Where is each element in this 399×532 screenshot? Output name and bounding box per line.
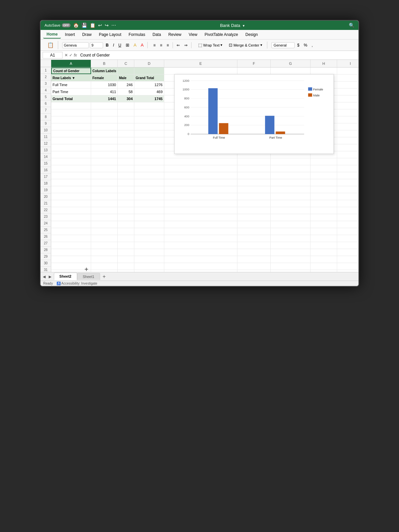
grid-cell-r3-c0[interactable]: Full Time bbox=[51, 81, 91, 88]
grid-cell-r13-c3[interactable] bbox=[134, 151, 164, 158]
grid-cell-r20-c2[interactable] bbox=[118, 200, 134, 207]
add-sheet-button[interactable]: + bbox=[100, 272, 108, 281]
grid-cell-r20-c3[interactable] bbox=[134, 200, 164, 207]
grid-cell-r14-c3[interactable] bbox=[134, 158, 164, 165]
borders-button[interactable]: ⊞ bbox=[124, 42, 131, 48]
grid-cell-r9-c1[interactable] bbox=[91, 123, 118, 130]
grid-cell-r21-c1[interactable] bbox=[91, 207, 118, 214]
grid-cell-r20-c8[interactable] bbox=[337, 200, 358, 207]
grid-cell-r26-c0[interactable] bbox=[51, 242, 91, 249]
grid-cell-r5-c1[interactable]: 1441 bbox=[91, 95, 118, 102]
grid-cell-r21-c5[interactable] bbox=[237, 207, 271, 214]
save-icon[interactable]: 💾 bbox=[81, 23, 87, 28]
grid-cell-r29-c7[interactable] bbox=[311, 263, 337, 270]
grid-cell-r23-c3[interactable] bbox=[134, 221, 164, 228]
grid-cell-r30-c5[interactable] bbox=[237, 270, 271, 272]
grid-cell-r30-c6[interactable] bbox=[271, 270, 311, 272]
grid-cell-r28-c1[interactable] bbox=[91, 256, 118, 263]
grid-cell-r4-c1[interactable]: 411 bbox=[91, 88, 118, 95]
grid-cell-r16-c7[interactable] bbox=[311, 172, 337, 179]
grid-cell-r24-c4[interactable] bbox=[164, 228, 237, 235]
cell-reference-input[interactable] bbox=[43, 52, 63, 59]
menu-design[interactable]: Design bbox=[242, 31, 261, 38]
grid-cell-r18-c0[interactable] bbox=[51, 186, 91, 193]
grid-cell-r19-c0[interactable] bbox=[51, 193, 91, 200]
home-icon[interactable]: 🏠 bbox=[73, 23, 79, 28]
row-num-14[interactable]: 14 bbox=[41, 154, 51, 160]
grid-cell-r14-c1[interactable] bbox=[91, 158, 118, 165]
grid-cell-r26-c1[interactable] bbox=[91, 242, 118, 249]
grid-cell-r19-c7[interactable] bbox=[311, 193, 337, 200]
grid-cell-r5-c0[interactable]: Grand Total bbox=[51, 95, 91, 102]
grid-cell-r15-c2[interactable] bbox=[118, 165, 134, 172]
row-num-5[interactable]: 5 bbox=[41, 94, 51, 100]
grid-cell-r18-c7[interactable] bbox=[311, 186, 337, 193]
undo-icon[interactable]: ↩ bbox=[98, 23, 102, 28]
grid-cell-r21-c3[interactable] bbox=[134, 207, 164, 214]
grid-cell-r27-c4[interactable] bbox=[164, 249, 237, 256]
grid-cell-r25-c7[interactable] bbox=[311, 235, 337, 242]
grid-cell-r22-c2[interactable] bbox=[118, 214, 134, 221]
grid-cell-r17-c3[interactable] bbox=[134, 179, 164, 186]
grid-cell-r3-c2[interactable]: 246 bbox=[118, 81, 134, 88]
grid-cell-r11-c0[interactable] bbox=[51, 137, 91, 144]
grid-cell-r19-c8[interactable] bbox=[337, 193, 358, 200]
grid-cell-r17-c7[interactable] bbox=[311, 179, 337, 186]
wrap-text-button[interactable]: ⬚ Wrap Text ▾ bbox=[196, 42, 225, 49]
grid-cell-r15-c8[interactable] bbox=[337, 165, 358, 172]
row-num-29[interactable]: 29 bbox=[41, 253, 51, 260]
row-num-7[interactable]: 7 bbox=[41, 107, 51, 114]
grid-cell-r27-c1[interactable] bbox=[91, 249, 118, 256]
grid-cell-r11-c1[interactable] bbox=[91, 137, 118, 144]
grid-cell-r24-c7[interactable] bbox=[311, 228, 337, 235]
grid-cell-r13-c2[interactable] bbox=[118, 151, 134, 158]
grid-cell-r30-c3[interactable] bbox=[134, 270, 164, 272]
grid-cell-r21-c4[interactable] bbox=[164, 207, 237, 214]
grid-cell-r24-c2[interactable] bbox=[118, 228, 134, 235]
grid-cell-r17-c1[interactable] bbox=[91, 179, 118, 186]
grid-cell-r6-c2[interactable] bbox=[118, 102, 134, 109]
grid-cell-r24-c0[interactable] bbox=[51, 228, 91, 235]
grid-cell-r14-c4[interactable] bbox=[164, 158, 237, 165]
grid-cell-r2-c1[interactable]: Female bbox=[91, 74, 118, 81]
row-num-17[interactable]: 17 bbox=[41, 174, 51, 180]
menu-home[interactable]: Home bbox=[43, 31, 61, 39]
grid-cell-r12-c2[interactable] bbox=[118, 144, 134, 151]
chart-container[interactable]: 020040060080010001200Full TimePart TimeF… bbox=[174, 74, 334, 154]
align-right-button[interactable]: ≡ bbox=[165, 42, 171, 48]
grid-cell-r26-c8[interactable] bbox=[337, 242, 358, 249]
grid-cell-r16-c6[interactable] bbox=[271, 172, 311, 179]
formula-x[interactable]: ✕ bbox=[65, 53, 68, 58]
row-num-4[interactable]: 4 bbox=[41, 87, 51, 94]
grid-cell-r8-c0[interactable] bbox=[51, 116, 91, 123]
grid-cell-r15-c4[interactable] bbox=[164, 165, 237, 172]
grid-cell-r6-c1[interactable] bbox=[91, 102, 118, 109]
grid-cell-r11-c2[interactable] bbox=[118, 137, 134, 144]
grid-cell-r25-c4[interactable] bbox=[164, 235, 237, 242]
grid-cell-r21-c0[interactable] bbox=[51, 207, 91, 214]
clipboard-icon[interactable]: 📋 bbox=[90, 23, 95, 28]
row-num-3[interactable]: 3 bbox=[41, 80, 51, 87]
row-num-26[interactable]: 26 bbox=[41, 233, 51, 240]
bold-button[interactable]: B bbox=[104, 42, 110, 48]
grid-cell-r20-c4[interactable] bbox=[164, 200, 237, 207]
grid-cell-r2-c2[interactable]: Male bbox=[118, 74, 134, 81]
percent-button[interactable]: % bbox=[302, 42, 309, 48]
font-size-input[interactable] bbox=[90, 42, 103, 48]
grid-cell-r22-c0[interactable] bbox=[51, 214, 91, 221]
grid-cell-r5-c3[interactable]: 1745 bbox=[134, 95, 164, 102]
align-center-button[interactable]: ≡ bbox=[158, 42, 164, 48]
grid-cell-r12-c1[interactable] bbox=[91, 144, 118, 151]
grid-cell-r25-c1[interactable] bbox=[91, 235, 118, 242]
grid-cell-r19-c3[interactable] bbox=[134, 193, 164, 200]
grid-cell-r3-c1[interactable]: 1030 bbox=[91, 81, 118, 88]
grid-cell-r30-c2[interactable] bbox=[118, 270, 134, 272]
italic-button[interactable]: I bbox=[111, 42, 116, 48]
grid-cell-r19-c5[interactable] bbox=[237, 193, 271, 200]
grid-cell-r17-c5[interactable] bbox=[237, 179, 271, 186]
grid-cell-r26-c4[interactable] bbox=[164, 242, 237, 249]
comma-button[interactable]: , bbox=[310, 42, 314, 48]
menu-review[interactable]: Review bbox=[165, 31, 185, 38]
grid-cell-r23-c7[interactable] bbox=[311, 221, 337, 228]
grid-cell-r3-c3[interactable]: 1276 bbox=[134, 81, 164, 88]
